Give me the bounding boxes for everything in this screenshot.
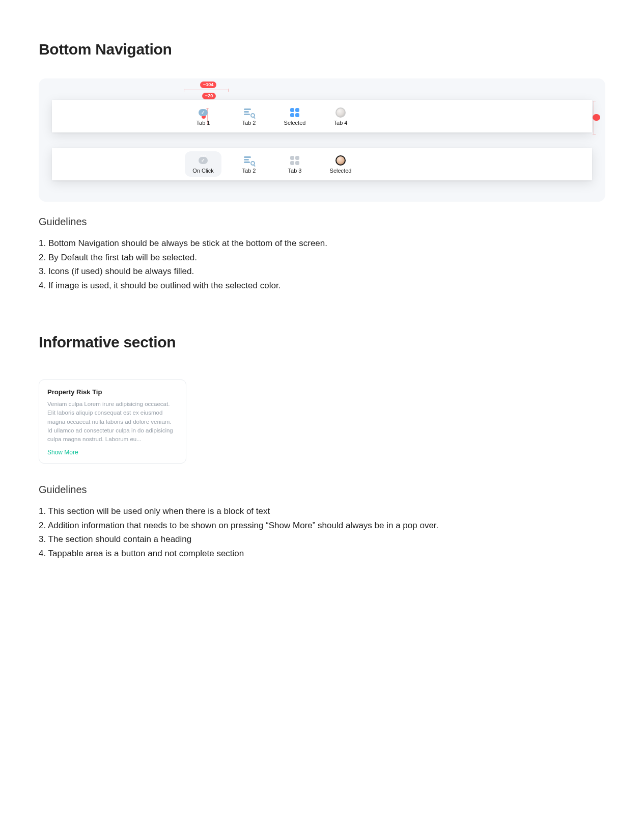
nav-tab-4b-label: Selected <box>330 168 352 174</box>
guidelines-list-1: 1. Bottom Navigation should be always be… <box>39 237 605 292</box>
guideline-item: 2. By Default the first tab will be sele… <box>39 251 605 264</box>
nav-tab-4b-selected[interactable]: Selected <box>318 148 363 180</box>
measurement-pill-width: ~104 <box>200 82 216 88</box>
measurement-bracket-width <box>184 90 229 90</box>
nav-tab-3b[interactable]: Tab 3 <box>272 148 318 180</box>
informative-card-title: Property Risk Tip <box>47 388 178 396</box>
guideline-item: 1. Bottom Navigation should be always be… <box>39 237 605 250</box>
chat-check-icon <box>198 107 209 118</box>
nav-tab-3-label: Selected <box>284 120 306 126</box>
informative-card: Property Risk Tip Veniam culpa Lorem iru… <box>39 379 186 464</box>
bottom-nav-bar-default: Tab 1 Tab 2 Selected Tab 4 <box>52 100 592 132</box>
guidelines-heading-2: Guidelines <box>39 484 605 496</box>
grid-icon <box>289 155 300 166</box>
bottom-nav-bar-onclick: On Click Tab 2 Tab 3 Selected <box>52 148 592 180</box>
nav-tab-4[interactable]: Tab 4 <box>318 100 363 132</box>
nav-tab-1[interactable]: Tab 1 <box>180 100 226 132</box>
nav-tab-onclick[interactable]: On Click <box>180 148 226 180</box>
guideline-item: 3. The section should contain a heading <box>39 533 605 546</box>
nav-tab-4-label: Tab 4 <box>334 120 348 126</box>
nav-tab-2b[interactable]: Tab 2 <box>226 148 272 180</box>
guidelines-list-2: 1. This section will be used only when t… <box>39 505 605 560</box>
section-heading-informative: Informative section <box>39 334 605 351</box>
guidelines-heading-1: Guidelines <box>39 216 605 228</box>
nav-tab-1-label: Tab 1 <box>197 120 210 126</box>
nav-tab-3-selected[interactable]: Selected <box>272 100 318 132</box>
guideline-item: 2. Addition information that needs to be… <box>39 519 605 532</box>
avatar-icon <box>335 107 346 118</box>
measurement-pill-narrow: ~20 <box>202 93 216 99</box>
informative-card-body: Veniam culpa Lorem irure adipisicing occ… <box>47 400 178 444</box>
nav-tab-3b-label: Tab 3 <box>288 168 302 174</box>
nav-tab-2-label: Tab 2 <box>242 120 256 126</box>
demo-stage-bottom-nav: ~104 ~20 Tab 1 Tab 2 <box>39 78 605 202</box>
guideline-item: 4. If image is used, it should be outlin… <box>39 279 605 292</box>
avatar-icon <box>335 155 346 166</box>
nav-tab-onclick-label: On Click <box>192 168 214 174</box>
guideline-item: 1. This section will be used only when t… <box>39 505 605 518</box>
guideline-item: 3. Icons (if used) should be always fill… <box>39 265 605 278</box>
list-search-icon <box>243 107 255 118</box>
show-more-button[interactable]: Show More <box>47 449 78 456</box>
measurement-pill-right <box>593 114 600 121</box>
section-heading-bottom-navigation: Bottom Navigation <box>39 41 605 58</box>
chat-check-icon <box>198 155 209 166</box>
list-search-icon <box>243 155 255 166</box>
grid-icon <box>289 107 300 118</box>
nav-tab-2[interactable]: Tab 2 <box>226 100 272 132</box>
guideline-item: 4. Tappable area is a button and not com… <box>39 547 605 560</box>
nav-tab-2b-label: Tab 2 <box>242 168 256 174</box>
